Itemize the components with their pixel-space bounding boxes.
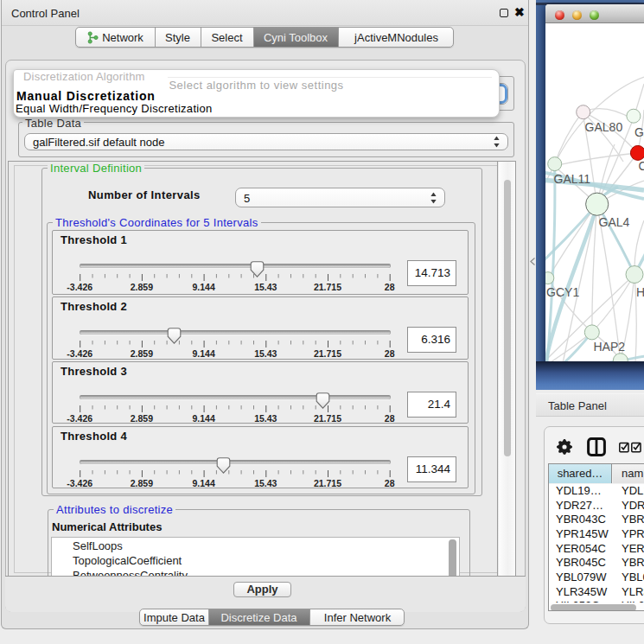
svg-text:H: H: [636, 285, 644, 299]
svg-text:HAP2: HAP2: [594, 340, 626, 354]
svg-text:C: C: [639, 159, 644, 173]
svg-text:GAL: GAL: [634, 125, 644, 139]
svg-text:GAL80: GAL80: [585, 120, 623, 134]
svg-text:GAL11: GAL11: [554, 172, 591, 186]
svg-text:GAL4: GAL4: [599, 215, 630, 229]
svg-text:GCY1: GCY1: [546, 285, 579, 299]
